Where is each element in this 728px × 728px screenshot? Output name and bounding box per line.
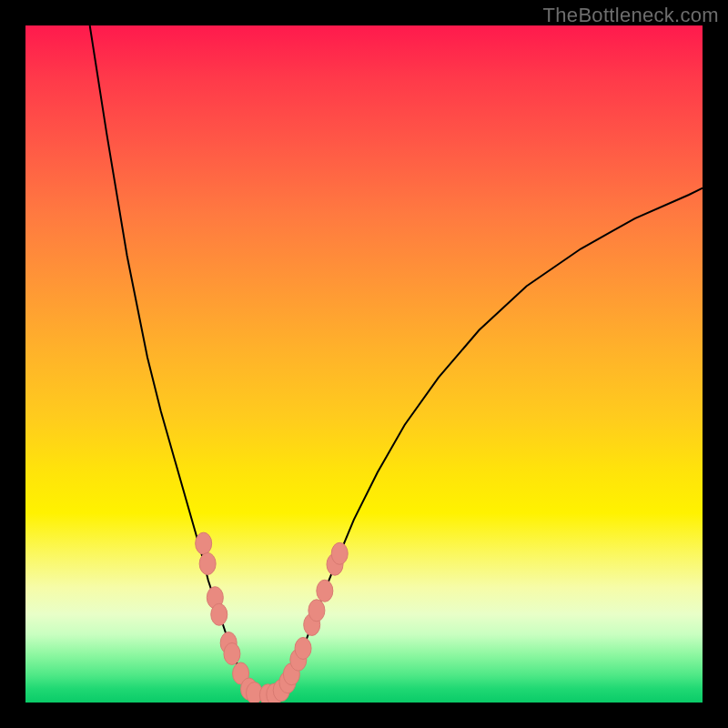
- curve-marker: [295, 637, 311, 659]
- chart-svg: [25, 25, 703, 703]
- curve-marker: [308, 600, 325, 622]
- curve-marker: [199, 552, 216, 574]
- curve-marker: [196, 532, 212, 554]
- outer-frame: TheBottleneck.com: [0, 0, 728, 728]
- bottleneck-curve: [90, 25, 703, 695]
- watermark-text: TheBottleneck.com: [543, 4, 719, 27]
- curve-marker: [317, 580, 333, 602]
- curve-marker: [224, 642, 240, 664]
- marker-group: [196, 532, 349, 703]
- plot-area: [25, 25, 703, 703]
- curve-marker: [211, 603, 228, 625]
- curve-marker: [331, 542, 348, 564]
